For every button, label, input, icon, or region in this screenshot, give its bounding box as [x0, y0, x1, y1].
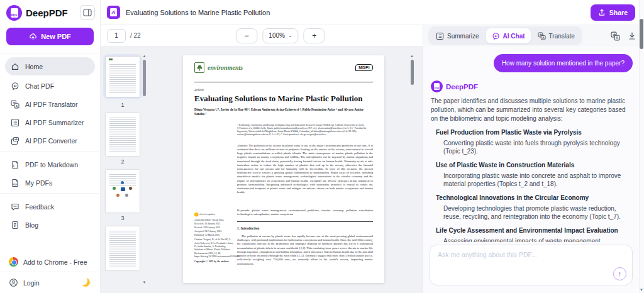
- share-button[interactable]: Share: [591, 4, 635, 21]
- sidebar-item-label: AI PDF Translator: [25, 101, 77, 108]
- add-to-chrome-label: Add to Chrome - Free: [23, 258, 87, 266]
- login-row: Login: [0, 272, 100, 293]
- pdf-document-icon: A: [107, 6, 120, 19]
- translate-document-button[interactable]: A: [611, 31, 620, 41]
- new-pdf-button[interactable]: New PDF: [6, 28, 94, 45]
- sidebar-item-ai-pdf-translator[interactable]: A AI PDF Translator: [0, 95, 100, 113]
- check-icon: ✓: [194, 213, 199, 217]
- paper-abstract: Abstract: The pollution of the oceans by…: [237, 143, 373, 194]
- solution-body: Incorporating plastic waste into concret…: [431, 172, 633, 189]
- zoom-controls: − 100% ⌄ +: [236, 28, 325, 43]
- solution-heading: Technological Innovations in the Circula…: [431, 194, 633, 202]
- received-date: Received: 30 January 2025: [194, 222, 233, 225]
- blog-doc-icon: [10, 220, 19, 229]
- thumbnail-page-1[interactable]: [106, 57, 140, 97]
- sidebar-item-my-pdfs[interactable]: PDF My PDFs: [0, 174, 100, 192]
- paper-title: Evaluating Solutions to Marine Plastic P…: [194, 94, 373, 104]
- sidebar-item-feedback[interactable]: Feedback: [0, 197, 100, 216]
- thumbnail-scroll-thumb[interactable]: [143, 60, 146, 96]
- zoom-in-button[interactable]: +: [304, 28, 325, 43]
- sidebar-item-blog[interactable]: Blog: [0, 216, 100, 234]
- chat-input-field[interactable]: [438, 251, 625, 275]
- zoom-level-value: 100%: [269, 32, 285, 39]
- chrome-icon: [9, 257, 18, 267]
- solution-body: Converting plastic waste into fuels thro…: [431, 139, 633, 157]
- scroll-down-icon[interactable]: ▼: [639, 288, 644, 292]
- citation: Citation: Vergara, D.; de la Hoz-M, J.; …: [194, 238, 233, 258]
- panel-action-icons: A: [611, 31, 636, 41]
- sidebar-collapse-button[interactable]: [80, 5, 95, 20]
- add-to-chrome-button[interactable]: Add to Chrome - Free: [0, 252, 100, 272]
- login-button[interactable]: Login: [9, 278, 40, 287]
- tab-translate[interactable]: A Translate: [532, 28, 580, 43]
- page-count: / 22: [130, 32, 141, 39]
- svg-text:AI: AI: [494, 34, 497, 37]
- home-icon: [10, 62, 19, 71]
- solution-heading: Life Cycle Assessment and Environmental …: [431, 226, 633, 235]
- summarize-icon: [436, 32, 444, 40]
- page-number-input[interactable]: [107, 29, 126, 43]
- translate-icon: A: [538, 32, 546, 40]
- sidebar-item-label: AI PDF Converter: [25, 137, 77, 145]
- download-button[interactable]: [628, 31, 636, 40]
- divider: [0, 193, 100, 194]
- journal-name: environments: [208, 64, 243, 71]
- chat-message-list: How many solution mentioned in the paper…: [423, 47, 639, 242]
- tab-label: Summarize: [447, 33, 479, 40]
- zoom-level-dropdown[interactable]: 100% ⌄: [262, 28, 298, 43]
- summarizer-icon: [10, 118, 19, 127]
- thumbnail-rail: 1 2: [103, 54, 142, 270]
- tab-summarize[interactable]: Summarize: [430, 28, 485, 43]
- sidebar-item-pdf-to-markdown[interactable]: PDF to Markdown: [0, 155, 100, 174]
- sidebar-item-label: PDF to Markdown: [25, 161, 78, 169]
- sidebar-item-home[interactable]: Home: [5, 57, 95, 75]
- chevron-down-icon: ⌄: [288, 33, 292, 38]
- svg-text:AI: AI: [13, 84, 16, 87]
- page-scroll-thumb[interactable]: [411, 60, 414, 85]
- sidebar-nav: Home AI Chat PDF A AI PDF Translator AI …: [0, 57, 100, 234]
- sidebar-item-chat-pdf[interactable]: AI Chat PDF: [0, 77, 100, 95]
- window-scrollbar[interactable]: ▼: [639, 0, 644, 293]
- page-scrollbar[interactable]: ▲: [410, 54, 414, 85]
- tab-group: Summarize AI AI Chat A Translate: [428, 26, 582, 45]
- brand-name: DeepPDF: [26, 8, 68, 18]
- revised-date: Revised: 28 February 2025: [194, 226, 233, 229]
- scroll-up-icon[interactable]: ▲: [410, 54, 414, 58]
- thumbnail-page-4[interactable]: [106, 226, 140, 270]
- brand-row: PDF DeepPDF: [0, 0, 100, 25]
- login-label: Login: [23, 279, 40, 287]
- thumbnail-scrollbar[interactable]: ▲ ▼: [142, 54, 147, 284]
- sidebar: PDF DeepPDF New PDF: [0, 0, 101, 293]
- chat-input-box: ↑: [430, 245, 633, 285]
- thumbnail-page-2[interactable]: [106, 113, 140, 156]
- sidebar-item-ai-pdf-summarizer[interactable]: AI PDF Summarizer: [0, 113, 100, 131]
- sidebar-item-ai-pdf-converter[interactable]: AI PDF Converter: [0, 131, 100, 150]
- thumbnail-page-3[interactable]: [106, 170, 140, 213]
- intro-paragraph: The pollution of oceans by plastic waste…: [237, 234, 373, 265]
- sidebar-bottom: Add to Chrome - Free Login: [0, 252, 100, 293]
- window-scroll-thumb[interactable]: [640, 19, 643, 49]
- pdf-page-1: environments MDPI Article Evaluating Sol…: [183, 55, 384, 283]
- chat-input-area: ↑: [423, 242, 639, 293]
- share-label: Share: [609, 9, 628, 16]
- tab-ai-chat[interactable]: AI AI Chat: [486, 28, 531, 43]
- zoom-out-button[interactable]: −: [236, 28, 257, 43]
- assistant-name: DeepPDF: [446, 83, 478, 91]
- dark-mode-toggle[interactable]: [81, 278, 91, 288]
- environments-tree-icon: [194, 62, 204, 73]
- sidebar-item-label: AI PDF Summarizer: [25, 119, 84, 126]
- scroll-down-icon[interactable]: ▼: [142, 280, 147, 284]
- markdown-doc-icon: [10, 160, 19, 169]
- document-title: Evaluating Solutions to Marine Plastic P…: [126, 9, 270, 16]
- ai-panel: Summarize AI AI Chat A Translate: [423, 25, 644, 293]
- deeppdf-logo-icon: PDF: [6, 5, 22, 21]
- send-button[interactable]: ↑: [613, 267, 626, 280]
- tab-label: AI Chat: [503, 33, 525, 40]
- scroll-up-icon[interactable]: ▲: [142, 54, 147, 58]
- check-for-updates-badge: ✓ check for updates: [194, 213, 233, 217]
- svg-text:A: A: [541, 35, 544, 39]
- viewer-toolbar: / 22 − 100% ⌄ +: [101, 25, 423, 47]
- sidebar-item-label: My PDFs: [25, 179, 52, 187]
- solution-heading: Fuel Production from Plastic Waste via P…: [431, 128, 633, 137]
- divider: [0, 151, 100, 152]
